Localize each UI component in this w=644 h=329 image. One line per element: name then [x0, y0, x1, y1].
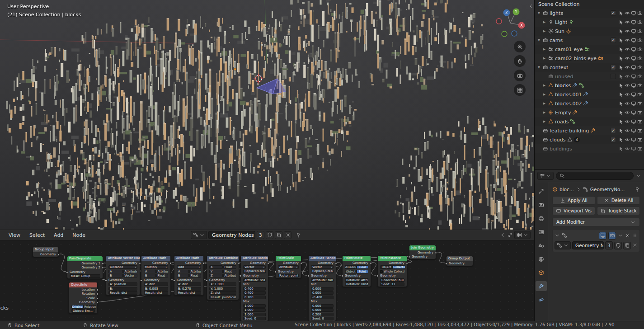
input-socket[interactable]	[376, 275, 379, 277]
menu-select[interactable]: Select	[25, 231, 49, 239]
eye-toggle-icon[interactable]	[625, 10, 630, 16]
toggle-stack-button[interactable]: Toggle Stack	[597, 207, 640, 215]
screen-toggle-icon[interactable]	[631, 10, 636, 16]
output-socket[interactable]	[169, 262, 172, 264]
camera-render-toggle-icon[interactable]	[637, 110, 643, 115]
collapse-icon[interactable]	[555, 233, 560, 238]
pointer-toggle-icon[interactable]	[618, 128, 624, 133]
camera-render-toggle-icon[interactable]	[637, 47, 643, 52]
node-link[interactable]	[371, 263, 376, 276]
node-field[interactable]: Rotation: Attribute	[345, 278, 368, 282]
node-field[interactable]: -0.400	[311, 296, 334, 299]
exclude-checkbox[interactable]	[611, 74, 616, 79]
outliner-row[interactable]: ▼context✓	[535, 63, 644, 72]
drag-handle-icon[interactable]	[632, 233, 638, 238]
properties-tab-output[interactable]	[536, 213, 547, 223]
node-object-info[interactable]: ObjectInfoLocationRotationScaleGeometryO…	[69, 282, 98, 314]
unlink-tree-button[interactable]	[284, 231, 291, 239]
input-socket[interactable]	[274, 271, 277, 273]
expander-icon[interactable]: ▶	[542, 20, 547, 24]
node-field[interactable]: B: 0.003	[144, 287, 168, 291]
node-field[interactable]: 1.000	[243, 304, 266, 308]
node-field[interactable]: 0.200	[311, 313, 334, 316]
node-point-rotate[interactable]: PointRotateGeometryAxisAngleEulerObjectP…	[342, 255, 371, 287]
node-group-browse-button[interactable]	[555, 241, 571, 249]
node-dropdown-pair[interactable]: XFloat	[209, 265, 236, 269]
output-socket[interactable]	[335, 262, 337, 264]
camera-render-toggle-icon[interactable]	[637, 83, 643, 88]
outliner-row[interactable]: ▶cam01-eye	[535, 45, 644, 54]
node-dropdown[interactable]: Replace/Create▾	[243, 270, 266, 273]
node-field[interactable]: Seed: 0	[243, 317, 266, 320]
viewport-render[interactable]	[0, 0, 534, 230]
menu-node[interactable]: Node	[68, 231, 89, 239]
eye-toggle-icon[interactable]	[625, 119, 630, 124]
delete-all-button[interactable]: Delete All	[597, 196, 640, 205]
expander-icon[interactable]: ▼	[536, 11, 541, 15]
node-dropdown[interactable]: Distance▾	[108, 265, 137, 269]
screen-toggle-icon[interactable]	[631, 74, 636, 79]
viewport-vis-button[interactable]: Viewport Vis	[552, 207, 595, 215]
node-field[interactable]: 0.700	[243, 296, 266, 299]
input-socket[interactable]	[173, 279, 175, 282]
node-attr-randomize-rotation[interactable]: Attribute RandomizeGeometryVector▾Replac…	[308, 255, 336, 321]
gizmo-x-neg[interactable]	[496, 19, 502, 24]
input-socket[interactable]	[66, 271, 68, 273]
screen-toggle-icon[interactable]	[631, 83, 636, 88]
pan-button[interactable]	[514, 55, 526, 67]
pointer-toggle-icon[interactable]	[618, 10, 624, 16]
eye-toggle-icon[interactable]	[625, 74, 630, 79]
output-socket[interactable]	[435, 252, 437, 254]
eye-toggle-icon[interactable]	[625, 83, 630, 88]
screen-toggle-icon[interactable]	[631, 56, 636, 61]
eye-toggle-icon[interactable]	[625, 137, 630, 142]
snapping-button[interactable]	[514, 231, 531, 239]
node-field[interactable]: Attribute: random..	[311, 278, 334, 282]
new-tree-button[interactable]	[275, 231, 282, 239]
eye-toggle-icon[interactable]	[625, 128, 630, 133]
expander-icon[interactable]: ▼	[536, 66, 541, 69]
node-field[interactable]: Seed: 0	[311, 317, 334, 320]
zoom-button[interactable]	[514, 41, 526, 52]
output-socket[interactable]	[96, 297, 99, 300]
outliner-row[interactable]: ▼lights✓	[535, 9, 644, 18]
pointer-toggle-icon[interactable]	[618, 83, 624, 88]
outliner-row[interactable]: ▶roads	[535, 117, 644, 126]
eye-toggle-icon[interactable]	[625, 65, 630, 70]
node-dropdown-pair[interactable]: YFloat	[209, 270, 236, 273]
outliner-row[interactable]: ▶cam02-birds eye	[535, 54, 644, 63]
node-group-name-field[interactable]: Geometry N...	[572, 241, 604, 249]
pointer-toggle-icon[interactable]	[618, 101, 624, 106]
outliner-row[interactable]: unused	[535, 72, 644, 81]
node-dropdown[interactable]: Multiply▾	[144, 265, 168, 269]
node-field[interactable]: Result: dist	[144, 291, 168, 295]
navigation-gizmo[interactable]: X Y Z	[494, 6, 527, 40]
node-dropdown[interactable]: Vector▾	[243, 265, 266, 269]
show-viewport-toggle[interactable]	[599, 232, 606, 240]
screen-toggle-icon[interactable]	[631, 65, 636, 70]
node-link[interactable]	[60, 254, 66, 272]
input-socket[interactable]	[445, 263, 447, 265]
expander-icon[interactable]: ▶	[542, 120, 547, 123]
node-field[interactable]: Y: 1.000	[209, 287, 236, 291]
properties-options-icon[interactable]	[636, 173, 641, 179]
node-field[interactable]: 0.400	[243, 287, 266, 291]
camera-render-toggle-icon[interactable]	[637, 74, 643, 79]
properties-tab-scene[interactable]	[536, 240, 547, 250]
node-field[interactable]: A: position	[108, 282, 137, 286]
menu-view[interactable]: View	[5, 231, 24, 239]
screen-toggle-icon[interactable]	[631, 101, 636, 106]
gizmo-z-neg[interactable]	[512, 31, 517, 36]
node-field[interactable]: 0.000	[311, 287, 334, 291]
node-field[interactable]: Result: dist	[108, 291, 137, 295]
pointer-toggle-icon[interactable]	[618, 74, 624, 79]
node-field[interactable]: Result: pointscale	[209, 296, 236, 299]
camera-render-toggle-icon[interactable]	[637, 56, 643, 61]
camera-render-toggle-icon[interactable]	[637, 119, 643, 124]
node-field[interactable]: A: dist	[144, 282, 168, 286]
properties-search-input[interactable]	[556, 172, 634, 180]
screen-toggle-icon[interactable]	[631, 92, 636, 97]
output-socket[interactable]	[370, 262, 372, 264]
expander-icon[interactable]: ▶	[542, 56, 547, 60]
node-field[interactable]: Z: dist	[209, 291, 236, 295]
